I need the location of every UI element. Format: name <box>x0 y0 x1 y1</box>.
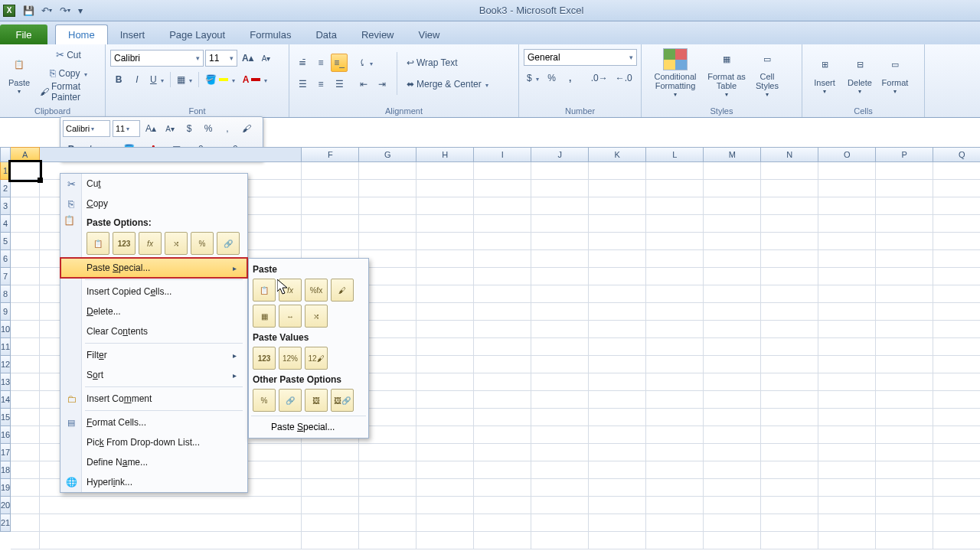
styles-group-label: Styles <box>646 105 797 117</box>
increase-indent-icon[interactable]: ⇥ <box>374 75 390 93</box>
cell-styles-label: Cell Styles <box>751 72 783 90</box>
cell-styles-button[interactable]: ▭ Cell Styles▾ <box>749 46 786 101</box>
copy-icon <box>50 67 56 79</box>
ribbon: 📋 Paste ▾ Cut Copy 🖌Format Painter Clipb… <box>0 44 980 118</box>
qat-save-icon[interactable]: 💾 <box>20 2 37 19</box>
tab-file[interactable]: File <box>0 24 47 44</box>
qat-undo-icon[interactable]: ↶▾ <box>38 2 55 19</box>
align-right-icon[interactable]: ☰ <box>331 75 348 93</box>
decrease-font-icon[interactable]: A▾ <box>258 49 275 67</box>
window-title: Book3 - Microsoft Excel <box>86 5 977 16</box>
qat-redo-icon[interactable]: ↷▾ <box>57 2 74 19</box>
cell-styles-icon: ▭ <box>755 48 779 70</box>
bucket-icon: 🪣 <box>205 74 217 85</box>
format-painter-label: Format Painter <box>51 81 97 103</box>
delete-cells-label: Delete <box>848 78 872 87</box>
conditional-formatting-label: Conditional Formatting <box>648 72 702 90</box>
mini-toolbar: Calibri▾ 11▾ A▴ A▾ $ % , 🖌 B I ≡ 🪣 A ▦ .… <box>60 116 263 118</box>
paste-label: Paste <box>8 78 30 87</box>
tab-review[interactable]: Review <box>349 24 407 44</box>
tab-view[interactable]: View <box>407 24 452 44</box>
group-clipboard: 📋 Paste ▾ Cut Copy 🖌Format Painter Clipb… <box>0 44 106 117</box>
delete-cells-button[interactable]: ⊟Delete▾ <box>842 46 877 101</box>
merge-icon: ⬌ <box>407 79 414 90</box>
italic-button[interactable]: I <box>129 70 145 89</box>
excel-app-icon: X <box>3 5 15 17</box>
comma-format-button[interactable]: , <box>562 69 579 87</box>
cut-button[interactable]: Cut <box>37 46 100 64</box>
number-format-combo[interactable]: General▾ <box>524 49 637 66</box>
brush-icon: 🖌 <box>40 86 49 97</box>
delete-cells-icon: ⊟ <box>848 52 872 77</box>
orientation-icon[interactable]: ⤹ <box>355 54 376 72</box>
align-left-icon[interactable]: ☰ <box>294 75 311 93</box>
format-as-table-icon: ▦ <box>714 48 739 70</box>
number-format-value: General <box>528 52 560 63</box>
qat-customize-icon[interactable]: ▾ <box>75 2 86 19</box>
tab-formulas[interactable]: Formulas <box>237 24 303 44</box>
wrap-text-button[interactable]: ↩Wrap Text <box>403 54 495 72</box>
group-styles: Conditional Formatting▾ ▦ Format as Tabl… <box>642 44 802 117</box>
paste-icon: 📋 <box>7 52 31 77</box>
align-center-icon[interactable]: ≡ <box>312 75 329 93</box>
percent-format-button[interactable]: % <box>544 69 560 87</box>
quick-access-toolbar: 💾 ↶▾ ↷▾ ▾ <box>20 2 86 19</box>
fill-color-button[interactable]: 🪣 <box>202 70 238 89</box>
tab-home[interactable]: Home <box>55 24 108 44</box>
group-alignment: ≡̄ ≡ ≡_ ⤹ ☰ ≡ ☰ ⇤ ⇥ ↩Wrap Text ⬌Me <box>289 44 519 117</box>
alignment-group-label: Alignment <box>294 105 514 117</box>
number-group-label: Number <box>524 105 636 117</box>
tab-data[interactable]: Data <box>303 24 348 44</box>
borders-button[interactable]: ▦ <box>174 70 195 89</box>
title-bar: X 💾 ↶▾ ↷▾ ▾ Book3 - Microsoft Excel <box>0 0 980 21</box>
copy-button[interactable]: Copy <box>37 64 100 82</box>
font-size-value: 11 <box>209 53 219 64</box>
underline-button[interactable]: U <box>147 70 167 89</box>
align-middle-icon[interactable]: ≡ <box>312 54 329 72</box>
group-font: Calibri▾ 11▾ A▴ A▾ B I U ▦ 🪣 A Font <box>106 44 289 117</box>
clipboard-group-label: Clipboard <box>5 105 100 117</box>
cells-group-label: Cells <box>807 105 920 117</box>
merge-label: Merge & Center <box>416 79 482 90</box>
tab-pagelayout[interactable]: Page Layout <box>157 24 237 44</box>
font-name-value: Calibri <box>114 53 140 64</box>
format-as-table-button[interactable]: ▦ Format as Table▾ <box>704 46 749 101</box>
increase-font-icon[interactable]: A▴ <box>239 49 256 67</box>
decrease-indent-icon[interactable]: ⇤ <box>355 75 372 93</box>
tab-insert[interactable]: Insert <box>108 24 158 44</box>
format-cells-button[interactable]: ▭Format▾ <box>877 46 913 101</box>
align-top-icon[interactable]: ≡̄ <box>294 54 311 72</box>
font-size-combo[interactable]: 11▾ <box>205 50 237 67</box>
group-number: General▾ $ % , .0→ ←.0 Number <box>519 44 642 117</box>
font-name-combo[interactable]: Calibri▾ <box>110 50 204 67</box>
insert-cells-label: Insert <box>814 78 835 87</box>
wrap-text-label: Wrap Text <box>416 57 458 68</box>
wrap-text-icon: ↩ <box>407 57 414 68</box>
decrease-decimal-icon[interactable]: ←.0 <box>612 69 635 87</box>
group-cells: ⊞Insert▾ ⊟Delete▾ ▭Format▾ Cells <box>802 44 925 117</box>
merge-center-button[interactable]: ⬌Merge & Center <box>403 75 495 93</box>
format-as-table-label: Format as Table <box>707 72 746 90</box>
bold-button[interactable]: B <box>110 70 127 89</box>
accounting-format-button[interactable]: $ <box>524 69 542 87</box>
format-painter-button[interactable]: 🖌Format Painter <box>37 83 100 101</box>
copy-label: Copy <box>58 68 80 79</box>
format-cells-icon: ▭ <box>883 52 907 77</box>
ribbon-tabs: File Home Insert Page Layout Formulas Da… <box>0 21 980 44</box>
format-cells-label: Format <box>882 78 909 87</box>
paste-button[interactable]: 📋 Paste ▾ <box>5 46 34 101</box>
align-bottom-icon[interactable]: ≡_ <box>331 54 348 72</box>
conditional-formatting-button[interactable]: Conditional Formatting▾ <box>646 46 704 101</box>
scissors-icon <box>56 49 64 60</box>
font-color-button[interactable]: A <box>240 70 271 89</box>
cut-label: Cut <box>67 50 81 60</box>
insert-cells-button[interactable]: ⊞Insert▾ <box>807 46 842 101</box>
font-group-label: Font <box>110 105 284 117</box>
increase-decimal-icon[interactable]: .0→ <box>588 69 611 87</box>
conditional-formatting-icon <box>663 48 688 70</box>
insert-cells-icon: ⊞ <box>812 52 837 77</box>
